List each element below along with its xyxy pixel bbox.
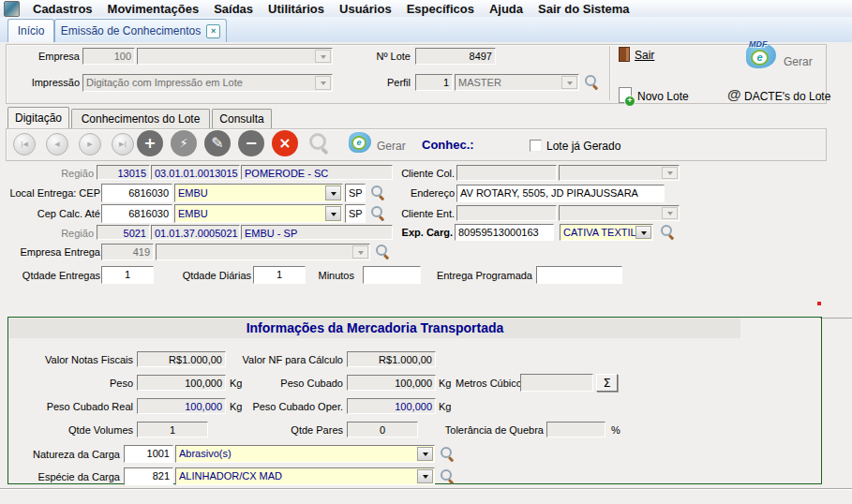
cliente-col-dropdown-arrow-icon[interactable] bbox=[662, 167, 678, 179]
metros-cubicos-field[interactable] bbox=[520, 374, 593, 392]
qtdade-entregas-label: Qtdade Entregas bbox=[3, 270, 100, 281]
local-entrega-dropdown-arrow-icon[interactable] bbox=[325, 185, 341, 200]
tolerancia-quebra-unit: % bbox=[611, 424, 624, 436]
perfil-name-combo[interactable]: MASTER bbox=[455, 74, 579, 91]
menu-sair-do-sistema[interactable]: Sair do Sistema bbox=[531, 2, 637, 16]
impressao-combo[interactable]: Digitação com Impressão em Lote bbox=[82, 74, 333, 92]
conhec-label: Conhec.: bbox=[422, 138, 487, 152]
add-button[interactable]: + bbox=[137, 130, 163, 156]
qtdade-entregas-field[interactable]: 1 bbox=[101, 266, 154, 284]
menu-utilitarios[interactable]: Utilitários bbox=[261, 2, 332, 16]
cep-calc-search-icon[interactable] bbox=[371, 206, 386, 221]
valor-notas-fiscais-field[interactable]: R$1.000,00 bbox=[137, 351, 226, 367]
entrega-programada-field[interactable] bbox=[536, 266, 622, 284]
mdfe-logo-e: e bbox=[751, 50, 769, 66]
menu-cadastros[interactable]: Cadastros bbox=[25, 2, 100, 16]
nav-prev-button[interactable]: ◀ bbox=[46, 133, 68, 156]
cep-calc-dropdown-arrow-icon[interactable] bbox=[325, 206, 341, 221]
novo-lote-button[interactable]: Novo Lote bbox=[637, 90, 703, 103]
menu-saidas[interactable]: Saídas bbox=[206, 2, 261, 16]
local-entrega-cep-field[interactable]: 6816030 bbox=[101, 184, 172, 202]
door-icon bbox=[619, 47, 630, 62]
cep-calc-uf-field[interactable]: SP bbox=[345, 204, 366, 223]
tab-digitacao[interactable]: Digitação bbox=[7, 107, 69, 128]
cancel-button[interactable]: × bbox=[272, 130, 298, 156]
tab-emissao-de-conhecimentos[interactable]: Emissão de Conhecimentos × bbox=[54, 19, 227, 42]
close-tab-icon[interactable]: × bbox=[206, 24, 220, 38]
empresa-entrega-code-field[interactable]: 419 bbox=[101, 244, 154, 260]
cliente-col-combo[interactable] bbox=[559, 165, 680, 181]
empresa-dropdown-arrow-icon[interactable] bbox=[315, 50, 331, 63]
empresa-name-combo[interactable] bbox=[137, 48, 333, 65]
qtde-pares-field[interactable]: 0 bbox=[347, 422, 418, 437]
minutos-field[interactable] bbox=[363, 266, 421, 284]
lightning-button[interactable]: ⚡ bbox=[171, 130, 197, 156]
qtde-volumes-field[interactable]: 1 bbox=[137, 422, 208, 437]
empresa-entrega-dropdown-arrow-icon[interactable] bbox=[352, 245, 368, 259]
cliente-ent-code-field[interactable] bbox=[456, 205, 557, 221]
nav-first-button[interactable]: |◀ bbox=[13, 133, 36, 156]
natureza-carga-dropdown-arrow-icon[interactable] bbox=[417, 447, 433, 461]
especie-carga-dropdown-arrow-icon[interactable] bbox=[417, 469, 433, 483]
peso-cubado-oper-field[interactable]: 100,000 bbox=[347, 398, 436, 414]
exp-carg-code-field[interactable]: 80959513000163 bbox=[455, 224, 554, 241]
tab-inicio[interactable]: Início bbox=[7, 19, 54, 42]
impressao-dropdown-arrow-icon[interactable] bbox=[315, 76, 331, 90]
valor-nf-calculo-field[interactable]: R$1.000,00 bbox=[347, 351, 436, 367]
especie-carga-code-field[interactable]: 821 bbox=[124, 467, 173, 485]
local-entrega-search-icon[interactable] bbox=[371, 185, 386, 200]
natureza-carga-combo[interactable]: Abrasivo(s) bbox=[175, 445, 435, 463]
endereco-field[interactable]: AV ROTARY, 5505, JD PIRAJUSSARA bbox=[456, 185, 665, 202]
menu-movimentacoes[interactable]: Movimentações bbox=[100, 2, 207, 16]
especie-carga-combo[interactable]: ALINHADOR/CX MAD bbox=[175, 467, 435, 485]
metros-cubicos-label: Metros Cúbicos bbox=[456, 378, 517, 389]
lote-ja-gerado-checkbox[interactable] bbox=[530, 140, 542, 152]
document-tab-strip: Início Emissão de Conhecimentos × bbox=[0, 17, 852, 42]
cliente-ent-label: Cliente Ent. bbox=[394, 208, 455, 219]
search-button[interactable] bbox=[309, 133, 332, 156]
cliente-col-code-field[interactable] bbox=[456, 165, 557, 181]
cep-calc-city-combo[interactable]: EMBU bbox=[174, 204, 343, 223]
empresa-entrega-search-icon[interactable] bbox=[376, 245, 391, 259]
tab-conhecimentos-do-lote[interactable]: Conhecimentos do Lote bbox=[71, 109, 210, 128]
cliente-ent-combo[interactable] bbox=[559, 205, 680, 221]
perfil-dropdown-arrow-icon[interactable] bbox=[561, 76, 577, 89]
local-entrega-uf-field[interactable]: SP bbox=[345, 184, 366, 202]
exp-carg-dropdown-arrow-icon[interactable] bbox=[635, 226, 651, 239]
dacte-do-lote-button[interactable]: DACTE's do Lote bbox=[744, 90, 847, 103]
exp-carg-combo[interactable]: CATIVA TEXTIL IN bbox=[560, 224, 653, 241]
tolerancia-quebra-field[interactable] bbox=[546, 422, 605, 437]
peso-cubado-field[interactable]: 100,000 bbox=[347, 375, 436, 391]
menu-usuarios[interactable]: Usuários bbox=[332, 2, 399, 16]
natureza-carga-search-icon[interactable] bbox=[441, 447, 456, 462]
peso-field[interactable]: 100,000 bbox=[137, 375, 226, 391]
remove-button[interactable]: − bbox=[238, 130, 264, 156]
menu-especificos[interactable]: Específicos bbox=[399, 2, 482, 16]
gerar-button[interactable]: Gerar bbox=[377, 140, 414, 153]
local-entrega-city-combo[interactable]: EMBU bbox=[174, 184, 343, 202]
nav-last-button[interactable]: ▶| bbox=[112, 133, 134, 156]
mdfe-gerar-button[interactable]: Gerar bbox=[784, 55, 821, 68]
qtdade-diarias-field[interactable]: 1 bbox=[253, 266, 306, 284]
empresa-entrega-combo[interactable] bbox=[156, 244, 370, 260]
especie-carga-search-icon[interactable] bbox=[441, 469, 456, 484]
nav-next-button[interactable]: ▶ bbox=[79, 133, 101, 156]
tab-consulta[interactable]: Consulta bbox=[212, 109, 272, 128]
sum-button[interactable]: Σ bbox=[596, 374, 618, 392]
sair-button[interactable]: Sair bbox=[635, 49, 672, 62]
natureza-carga-code-field[interactable]: 1001 bbox=[124, 445, 173, 463]
perfil-code-field[interactable]: 1 bbox=[415, 74, 453, 91]
edit-pencil-button[interactable]: ✎ bbox=[204, 130, 231, 156]
menu-ajuda[interactable]: Ajuda bbox=[482, 2, 531, 16]
cep-calc-cep-field[interactable]: 6816030 bbox=[101, 204, 172, 223]
nlote-field[interactable]: 8497 bbox=[415, 48, 496, 65]
exp-carg-search-icon[interactable] bbox=[661, 225, 676, 240]
empresa-code-field[interactable]: 100 bbox=[82, 48, 135, 65]
regiao1-name-field: POMERODE - SC bbox=[241, 165, 393, 180]
cliente-ent-dropdown-arrow-icon[interactable] bbox=[662, 207, 678, 219]
impressao-label: Impressão bbox=[9, 77, 80, 88]
peso-cubado-real-field[interactable]: 100,000 bbox=[137, 398, 226, 414]
perfil-search-icon[interactable] bbox=[585, 75, 600, 90]
mercadoria-title: Informações da Mercadoria Transportada bbox=[9, 320, 740, 335]
perfil-label: Perfil bbox=[364, 77, 411, 88]
